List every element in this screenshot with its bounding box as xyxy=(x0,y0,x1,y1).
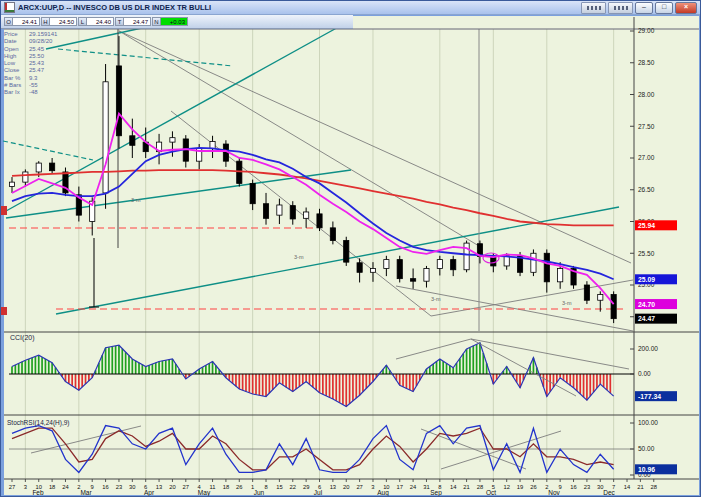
pointer-info-panel: Price29.159141 Date09/28/20 Open25.45 Hi… xyxy=(4,31,57,97)
svg-text:14: 14 xyxy=(624,484,631,490)
svg-text:24: 24 xyxy=(62,484,69,490)
svg-text:17: 17 xyxy=(397,484,403,490)
svg-text:19: 19 xyxy=(517,484,523,490)
svg-text:27.50: 27.50 xyxy=(638,123,655,130)
svg-text:0.00: 0.00 xyxy=(638,370,651,377)
svg-text:15: 15 xyxy=(276,484,282,490)
svg-text:24.47: 24.47 xyxy=(638,315,655,322)
svg-text:Oct: Oct xyxy=(486,489,496,496)
svg-text:25.94: 25.94 xyxy=(638,222,655,229)
svg-text:200.00: 200.00 xyxy=(638,345,658,352)
svg-text:12: 12 xyxy=(503,484,509,490)
window-title: ARCX:UUP,D -- INVESCO DB US DLR INDEX TR… xyxy=(18,3,579,12)
svg-text:3-m: 3-m xyxy=(131,197,141,203)
quote-net-change-value: +0.03 xyxy=(161,17,188,26)
quote-last-label: T xyxy=(115,17,124,26)
svg-text:Apr: Apr xyxy=(144,489,155,497)
svg-text:Mar: Mar xyxy=(80,489,92,496)
cci-panel-label: CCI(20) xyxy=(10,334,35,341)
svg-text:Nov: Nov xyxy=(548,489,560,496)
quote-high-field: H 24.50 xyxy=(41,17,77,26)
minimize-button[interactable]: – xyxy=(635,2,653,14)
svg-text:10.96: 10.96 xyxy=(638,466,655,473)
quote-open-value: 24.41 xyxy=(13,17,40,26)
svg-text:22: 22 xyxy=(290,484,296,490)
pointer-info-row: # Bars-55 xyxy=(4,82,57,89)
svg-text:21: 21 xyxy=(463,484,469,490)
pointer-info-row: Low25.43 xyxy=(4,60,57,67)
quote-net-change-label: N xyxy=(152,17,161,26)
svg-text:29: 29 xyxy=(303,484,309,490)
titlebar[interactable]: ARCX:UUP,D -- INVESCO DB US DLR INDEX TR… xyxy=(1,1,700,15)
svg-text:11: 11 xyxy=(210,484,216,490)
svg-text:27: 27 xyxy=(9,484,15,490)
svg-text:May: May xyxy=(198,489,211,497)
svg-text:28: 28 xyxy=(477,484,483,490)
chart-canvas[interactable]: 3-m3-m3-m3-m29.0028.5028.0027.5027.0026.… xyxy=(1,1,701,497)
svg-text:16: 16 xyxy=(102,484,108,490)
quote-open-label: O xyxy=(4,17,13,26)
svg-text:26: 26 xyxy=(236,484,242,490)
titlebar-tool-button-1[interactable] xyxy=(581,2,606,14)
svg-text:Dec: Dec xyxy=(603,489,615,496)
svg-text:3: 3 xyxy=(24,484,27,490)
svg-text:20: 20 xyxy=(343,484,349,490)
svg-text:27.00: 27.00 xyxy=(638,154,655,161)
svg-text:13: 13 xyxy=(156,484,162,490)
svg-text:25.09: 25.09 xyxy=(638,276,655,283)
svg-text:27: 27 xyxy=(183,484,189,490)
svg-text:13: 13 xyxy=(330,484,336,490)
svg-text:3-m: 3-m xyxy=(562,300,572,306)
stoch-panel-label: StochRSI(14,24(H),9) xyxy=(7,419,70,426)
svg-text:30: 30 xyxy=(129,484,135,490)
svg-text:26: 26 xyxy=(530,484,536,490)
svg-text:3-m: 3-m xyxy=(431,296,441,302)
svg-text:28.00: 28.00 xyxy=(638,91,655,98)
maximize-button[interactable]: □ xyxy=(655,2,673,14)
svg-text:14: 14 xyxy=(450,484,457,490)
quote-bar: O 24.41 H 24.50 L 24.40 T 24.47 N +0.03 xyxy=(1,15,353,29)
pointer-info-row: Bar Ix-48 xyxy=(4,89,57,96)
svg-text:Sep: Sep xyxy=(430,489,442,497)
pointer-info-row: Bar %9.3 xyxy=(4,75,57,82)
svg-text:3: 3 xyxy=(371,484,374,490)
quote-open-field: O 24.41 xyxy=(4,17,40,26)
svg-text:100.00: 100.00 xyxy=(638,419,658,426)
svg-text:3-m: 3-m xyxy=(294,254,304,260)
svg-text:23: 23 xyxy=(584,484,590,490)
tool-icon xyxy=(614,6,628,10)
quote-last-value: 24.47 xyxy=(124,17,151,26)
svg-text:20: 20 xyxy=(169,484,175,490)
svg-text:26.50: 26.50 xyxy=(638,186,655,193)
titlebar-tool-button-2[interactable] xyxy=(608,2,633,14)
svg-text:-177.34: -177.34 xyxy=(638,393,661,400)
svg-text:25.50: 25.50 xyxy=(638,250,655,257)
pointer-info-row: Close25.47 xyxy=(4,67,57,74)
quote-low-label: L xyxy=(78,17,87,26)
svg-text:16: 16 xyxy=(570,484,576,490)
svg-text:24: 24 xyxy=(410,484,417,490)
tool-icon xyxy=(587,6,601,10)
svg-text:31: 31 xyxy=(423,484,429,490)
svg-text:29.00: 29.00 xyxy=(638,27,655,34)
pointer-info-row: Price29.159141 xyxy=(4,31,57,38)
svg-text:8: 8 xyxy=(264,484,267,490)
svg-text:18: 18 xyxy=(223,484,229,490)
svg-text:27: 27 xyxy=(356,484,362,490)
quote-low-field: L 24.40 xyxy=(78,17,114,26)
quote-high-value: 24.50 xyxy=(50,17,77,26)
quote-high-label: H xyxy=(41,17,50,26)
pointer-info-row: Date09/28/20 xyxy=(4,38,57,45)
quote-net-change-field: N +0.03 xyxy=(152,17,188,26)
pointer-info-row: High25.50 xyxy=(4,53,57,60)
svg-text:24.70: 24.70 xyxy=(638,301,655,308)
svg-text:28.50: 28.50 xyxy=(638,59,655,66)
svg-text:Aug: Aug xyxy=(377,489,389,497)
svg-text:18: 18 xyxy=(49,484,55,490)
chart-window: 3-m3-m3-m3-m29.0028.5028.0027.5027.0026.… xyxy=(0,0,701,497)
app-icon xyxy=(4,2,15,13)
close-button[interactable]: × xyxy=(675,2,697,14)
pointer-info-row: Open25.45 xyxy=(4,46,57,53)
svg-text:23: 23 xyxy=(116,484,122,490)
quote-last-field: T 24.47 xyxy=(115,17,151,26)
